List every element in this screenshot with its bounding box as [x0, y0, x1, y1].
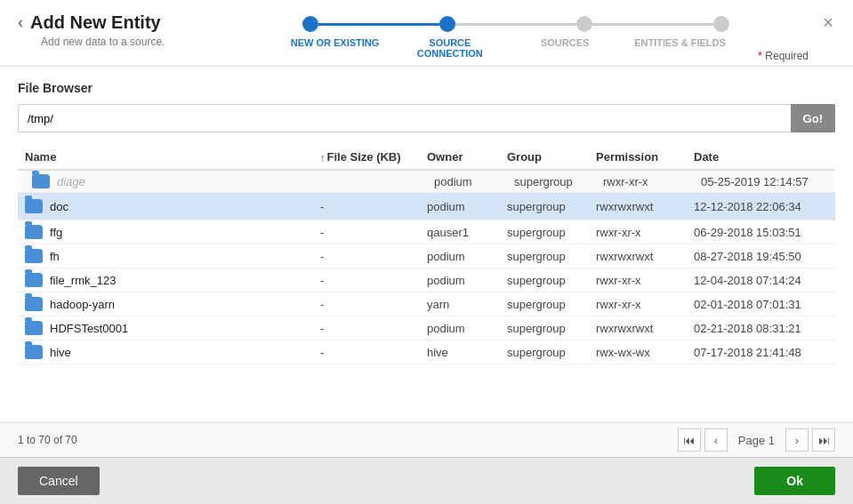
modal-subtitle: Add new data to a source.: [41, 36, 196, 48]
cell-name-1: ffg: [18, 225, 320, 239]
pagination-page-label: Page 1: [731, 434, 782, 447]
table-row[interactable]: HDFSTest0001 - podium supergroup rwxrwxr…: [18, 316, 835, 340]
cancel-button[interactable]: Cancel: [18, 467, 100, 495]
table-body: diage podium supergroup rwxr-xr-x 05-25-…: [18, 171, 835, 422]
step-label-2: SOURCE CONNECTION: [401, 37, 499, 59]
back-arrow-icon[interactable]: ‹: [18, 13, 23, 32]
table-row[interactable]: hadoop-yarn - yarn supergroup rwxr-xr-x …: [18, 292, 835, 316]
cell-name-5: HDFSTest0001: [18, 321, 320, 335]
folder-icon: [25, 345, 43, 359]
folder-icon: [25, 273, 43, 287]
folder-icon: [25, 225, 43, 239]
cell-size-1: -: [320, 226, 427, 239]
close-icon[interactable]: ×: [817, 11, 839, 35]
cell-owner-5: podium: [427, 322, 507, 335]
table-row[interactable]: file_rmk_123 - podium supergroup rwxr-xr…: [18, 268, 835, 292]
cell-name-4: hadoop-yarn: [18, 297, 320, 311]
path-input[interactable]: [18, 104, 791, 132]
cell-owner-0: podium: [427, 200, 507, 213]
stepper: NEW OR EXISTING SOURCE CONNECTION SOURCE…: [196, 12, 835, 66]
pagination-last-button[interactable]: ⏭: [812, 428, 835, 452]
cell-perm-0: rwxrwxrwxt: [596, 200, 694, 213]
step-dot-1: [302, 16, 318, 32]
cell-group-3: supergroup: [507, 274, 596, 287]
folder-icon: [25, 249, 43, 263]
modal-footer: Cancel Ok: [0, 457, 853, 504]
cell-perm-truncated: rwxr-xr-x: [603, 175, 701, 188]
folder-icon: [25, 321, 43, 335]
modal-header: ‹ Add New Entity Add new data to a sourc…: [0, 0, 853, 67]
col-header-name: Name: [18, 150, 320, 164]
cell-date-truncated: 05-25-2019 12:14:57: [701, 175, 835, 188]
cell-size-3: -: [320, 274, 427, 287]
cell-perm-2: rwxrwxrwxt: [596, 250, 694, 263]
cell-owner-3: podium: [427, 274, 507, 287]
step-label-1: NEW OR EXISTING: [286, 37, 384, 59]
col-header-permission: Permission: [596, 150, 694, 164]
cell-group-truncated: supergroup: [514, 175, 603, 188]
pagination-controls: ⏮ ‹ Page 1 › ⏭: [678, 428, 835, 452]
cell-perm-4: rwxr-xr-x: [596, 298, 694, 311]
pagination-info: 1 to 70 of 70: [18, 434, 678, 446]
stepper-track: [302, 16, 729, 32]
modal-body: File Browser Go! Name ↑File Size (KB) Ow…: [0, 67, 853, 422]
cursor-icon: [77, 197, 95, 215]
cell-group-0: supergroup: [507, 200, 596, 213]
table-row[interactable]: fh - podium supergroup rwxrwxrwxt 08-27-…: [18, 244, 835, 268]
cell-date-2: 08-27-2018 19:45:50: [694, 250, 835, 263]
col-header-group: Group: [507, 150, 596, 164]
cell-name-6: hive: [18, 345, 320, 359]
modal-title: Add New Entity: [30, 12, 161, 33]
ok-button[interactable]: Ok: [754, 467, 835, 495]
step-line-3: [592, 23, 713, 26]
go-button[interactable]: Go!: [791, 104, 835, 132]
cell-size-2: -: [320, 250, 427, 263]
cell-perm-6: rwx-wx-wx: [596, 346, 694, 359]
cell-date-6: 07-17-2018 21:41:48: [694, 346, 835, 359]
table-row[interactable]: hive - hive supergroup rwx-wx-wx 07-17-2…: [18, 340, 835, 364]
cell-date-0: 12-12-2018 22:06:34: [694, 200, 835, 213]
step-label-4: ENTITIES & FIELDS: [631, 37, 728, 59]
cell-owner-2: podium: [427, 250, 507, 263]
col-header-date: Date: [694, 150, 835, 164]
cell-group-2: supergroup: [507, 250, 596, 263]
cell-perm-1: rwxr-xr-x: [596, 226, 694, 239]
header-left: ‹ Add New Entity Add new data to a sourc…: [18, 12, 196, 48]
pagination-first-button[interactable]: ⏮: [678, 428, 701, 452]
cell-group-4: supergroup: [507, 298, 596, 311]
step-line-1: [318, 23, 439, 26]
folder-icon: [32, 174, 50, 188]
cell-owner-truncated: podium: [434, 175, 514, 188]
pagination-bar: 1 to 70 of 70 ⏮ ‹ Page 1 › ⏭: [0, 422, 853, 457]
pagination-prev-button[interactable]: ‹: [704, 428, 728, 452]
table-row-truncated[interactable]: diage podium supergroup rwxr-xr-x 05-25-…: [18, 171, 835, 193]
step-label-3: SOURCES: [516, 37, 614, 59]
cell-size-4: -: [320, 298, 427, 311]
cell-group-6: supergroup: [507, 346, 596, 359]
sort-arrow-icon: ↑: [320, 152, 326, 163]
file-table: Name ↑File Size (KB) Owner Group Permiss…: [18, 145, 835, 422]
cell-group-1: supergroup: [507, 226, 596, 239]
path-bar: Go!: [18, 104, 835, 132]
step-dot-2: [439, 16, 455, 32]
cell-name-2: fh: [18, 249, 320, 263]
step-line-2: [455, 23, 576, 26]
table-header: Name ↑File Size (KB) Owner Group Permiss…: [18, 145, 835, 171]
cell-date-1: 06-29-2018 15:03:51: [694, 226, 835, 239]
cell-owner-4: yarn: [427, 298, 507, 311]
modal: ‹ Add New Entity Add new data to a sourc…: [0, 0, 853, 504]
cell-perm-3: rwxr-xr-x: [596, 274, 694, 287]
cell-owner-1: qauser1: [427, 226, 507, 239]
back-title: ‹ Add New Entity: [18, 12, 196, 33]
table-row[interactable]: ffg - qauser1 supergroup rwxr-xr-x 06-29…: [18, 220, 835, 244]
step-dot-3: [576, 16, 592, 32]
cell-group-5: supergroup: [507, 322, 596, 335]
cell-name-0: doc: [18, 197, 320, 215]
pagination-next-button[interactable]: ›: [785, 428, 809, 452]
cell-name-3: file_rmk_123: [18, 273, 320, 287]
file-browser-title: File Browser: [18, 81, 835, 95]
col-header-size[interactable]: ↑File Size (KB): [320, 150, 427, 164]
step-dot-4: [713, 16, 729, 32]
table-row[interactable]: doc - podium supergroup rwxrwxrwxt 12-12…: [18, 193, 835, 220]
cell-date-5: 02-21-2018 08:31:21: [694, 322, 835, 335]
